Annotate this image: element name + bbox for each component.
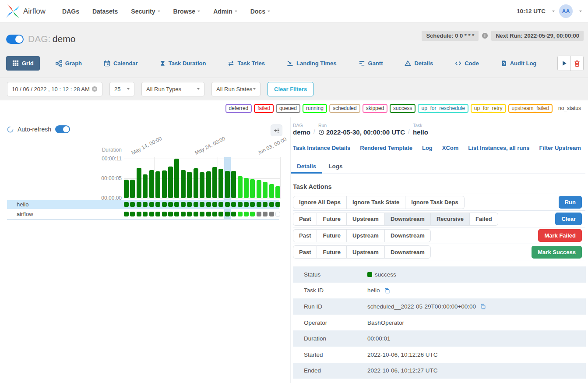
task-instance-square[interactable] <box>238 202 243 207</box>
modifier-button-upstream[interactable]: Upstream <box>347 213 385 226</box>
link-filter-upstream[interactable]: Filter Upstream <box>539 145 581 151</box>
task-instance-square[interactable] <box>244 202 249 207</box>
run-states-select[interactable]: All Run States <box>211 82 261 96</box>
dag-run-bar[interactable] <box>187 172 192 198</box>
clear-button[interactable]: Clear <box>555 213 582 225</box>
tab-gantt[interactable]: Gantt <box>352 56 389 71</box>
nav-item-dags[interactable]: DAGs <box>62 8 79 15</box>
collapse-details-button[interactable] <box>271 124 282 136</box>
utc-clock[interactable]: 10:12 UTC <box>517 8 546 14</box>
task-instance-square[interactable] <box>238 212 243 216</box>
task-instance-square[interactable] <box>231 202 236 207</box>
task-instance-square[interactable] <box>162 202 167 207</box>
panel-tab-details[interactable]: Details <box>291 160 322 174</box>
dag-run-bar[interactable] <box>124 180 129 198</box>
tab-audit-log[interactable]: Audit Log <box>495 56 543 71</box>
task-instance-square[interactable] <box>174 212 179 216</box>
task-instance-square[interactable] <box>206 202 211 207</box>
task-instance-square[interactable] <box>225 212 230 216</box>
modifier-button-future[interactable]: Future <box>317 213 346 226</box>
link-task-instance-details[interactable]: Task Instance Details <box>293 145 350 151</box>
tab-task-duration[interactable]: Task Duration <box>154 56 212 71</box>
link-rendered-template[interactable]: Rendered Template <box>360 145 412 151</box>
info-icon[interactable] <box>482 32 488 39</box>
link-log[interactable]: Log <box>422 145 433 151</box>
task-instance-square[interactable] <box>124 212 129 216</box>
dag-run-bar[interactable] <box>137 168 141 198</box>
nav-item-security[interactable]: Security <box>131 8 160 15</box>
base-date-input[interactable]: 10 / 06 / 2022 , 10 : 12 : 28 AM <box>7 82 102 96</box>
dag-run-bar[interactable] <box>206 171 211 198</box>
task-instance-square[interactable] <box>143 202 148 207</box>
task-instance-square[interactable] <box>250 202 255 207</box>
dag-run-bar[interactable] <box>218 169 223 199</box>
dag-run-bar[interactable] <box>231 171 236 198</box>
grid-scrollbar[interactable] <box>7 219 279 220</box>
dag-run-bar[interactable] <box>143 174 148 199</box>
dag-run-bar[interactable] <box>257 180 261 198</box>
task-instance-square[interactable] <box>168 202 173 207</box>
task-instance-square[interactable] <box>212 212 217 216</box>
run-types-select[interactable]: All Run Types <box>141 82 204 96</box>
modifier-button-downstream[interactable]: Downstream <box>385 213 431 226</box>
modifier-button-recursive[interactable]: Recursive <box>431 213 470 226</box>
dag-run-bar[interactable] <box>200 172 204 198</box>
task-instance-square[interactable] <box>162 212 167 216</box>
mark-failed-button[interactable]: Mark Failed <box>538 229 582 242</box>
dag-run-bar[interactable] <box>244 178 249 198</box>
task-instance-square[interactable] <box>257 202 261 207</box>
modifier-button-past[interactable]: Past <box>293 213 317 226</box>
airflow-brand[interactable]: Airflow <box>6 4 46 18</box>
task-instance-square[interactable] <box>155 212 160 216</box>
task-instance-square[interactable] <box>218 202 223 207</box>
clear-filters-button[interactable]: Clear Filters <box>268 82 313 96</box>
dag-run-bar[interactable] <box>155 171 160 198</box>
task-instance-square[interactable] <box>244 212 249 216</box>
breadcrumb-dag[interactable]: DAG demo <box>293 123 310 136</box>
breadcrumb-run[interactable]: Run 2022-05-30, 00:00:00 UTC <box>318 123 405 136</box>
dag-run-bar[interactable] <box>212 167 217 198</box>
delete-dag-button[interactable] <box>570 56 583 71</box>
task-instance-square[interactable] <box>187 202 192 207</box>
dag-run-bar[interactable] <box>168 167 173 198</box>
nav-item-admin[interactable]: Admin <box>213 8 237 15</box>
task-name-hello[interactable]: hello <box>17 201 28 208</box>
dag-pause-toggle[interactable] <box>6 35 24 44</box>
dag-run-bar[interactable] <box>263 182 268 198</box>
tab-code[interactable]: Code <box>449 56 485 71</box>
modifier-button-ignore-task-state[interactable]: Ignore Task State <box>347 196 405 209</box>
task-instance-square[interactable] <box>181 202 186 207</box>
task-instance-square[interactable] <box>218 212 223 216</box>
tab-landing-times[interactable]: Landing Times <box>281 56 343 71</box>
auto-refresh-toggle[interactable] <box>55 125 70 133</box>
task-instance-square[interactable] <box>200 212 204 216</box>
dag-run-bar[interactable] <box>162 170 167 198</box>
mark-success-button[interactable]: Mark Success <box>532 246 582 259</box>
task-instance-square[interactable] <box>275 212 280 216</box>
dag-run-bar[interactable] <box>275 186 280 198</box>
task-instance-square[interactable] <box>168 212 173 216</box>
task-instance-square[interactable] <box>137 202 141 207</box>
task-name-airflow[interactable]: airflow <box>17 211 33 217</box>
task-instance-square[interactable] <box>137 212 141 216</box>
link-xcom[interactable]: XCom <box>442 145 459 151</box>
task-instance-square[interactable] <box>257 212 261 216</box>
nav-item-browse[interactable]: Browse <box>173 8 201 15</box>
task-instance-square[interactable] <box>155 202 160 207</box>
panel-tab-logs[interactable]: Logs <box>322 160 349 174</box>
modifier-button-upstream[interactable]: Upstream <box>347 245 385 259</box>
task-instance-square[interactable] <box>212 202 217 207</box>
tab-graph[interactable]: Graph <box>49 56 88 71</box>
modifier-button-upstream[interactable]: Upstream <box>347 229 385 242</box>
task-instance-square[interactable] <box>174 202 179 207</box>
task-instance-square[interactable] <box>194 202 198 207</box>
task-instance-square[interactable] <box>187 212 192 216</box>
modifier-button-future[interactable]: Future <box>317 245 346 259</box>
dag-run-bar[interactable] <box>174 159 179 198</box>
modifier-button-future[interactable]: Future <box>317 229 346 242</box>
task-instance-square[interactable] <box>263 202 268 207</box>
task-instance-square[interactable] <box>231 212 236 216</box>
modifier-button-past[interactable]: Past <box>293 245 317 259</box>
dag-run-bar[interactable] <box>194 168 198 198</box>
copy-icon[interactable] <box>480 303 486 309</box>
